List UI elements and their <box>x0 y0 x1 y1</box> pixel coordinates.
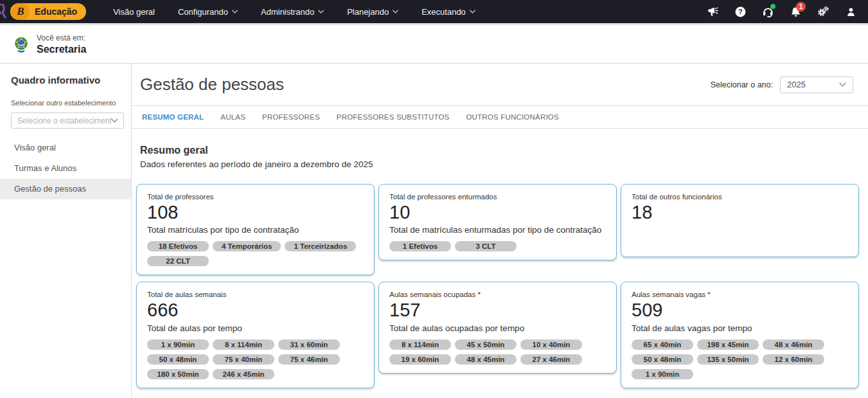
establishment-select-label: Selecionar outro estabelecimento <box>0 86 131 107</box>
sidebar: Quadro informativo Selecionar outro esta… <box>0 64 132 397</box>
tab-outros-funcionarios[interactable]: OUTROS FUNCIONÁRIOS <box>466 113 558 121</box>
count-pill: 1 Efetivos <box>389 241 451 251</box>
count-pill: 246 x 45min <box>213 369 274 379</box>
card-label: Aulas semanais vagas * <box>632 291 848 298</box>
nav-item-configurando[interactable]: Configurando <box>166 0 249 23</box>
card-sublabel: Total de aulas vagas por tempo <box>632 323 848 333</box>
year-select-label: Selecionar o ano: <box>711 80 773 89</box>
sidebar-title: Quadro informativo <box>0 69 131 86</box>
count-pill: 22 CLT <box>147 256 209 266</box>
user-icon[interactable] <box>840 2 862 21</box>
headset-icon[interactable] <box>757 2 779 21</box>
card-label: Total de outros funcionários <box>632 193 848 201</box>
chevron-down-icon <box>232 10 238 14</box>
card-label: Total de professores enturmados <box>389 193 606 201</box>
card-pills: 1 x 90min8 x 114min31 x 60min50 x 48min7… <box>147 339 364 379</box>
count-pill: 48 x 46min <box>763 339 824 350</box>
page-title: Gestão de pessoas <box>140 75 284 95</box>
sidebar-item-turmas-e-alunos[interactable]: Turmas e Alunos <box>0 158 131 179</box>
establishment-select-placeholder: Selecione o estabelecimento <box>17 116 111 125</box>
card-sublabel: Total matrículas por tipo de contratação <box>147 225 364 235</box>
sidebar-item-visao-geral[interactable]: Visão geral <box>0 138 131 158</box>
chevron-down-icon <box>839 82 846 87</box>
summary-card-total-de-outros-funcionarios: Total de outros funcionários18 <box>621 184 859 257</box>
card-label: Total de professores <box>147 193 364 201</box>
count-pill: 4 Temporários <box>213 241 281 251</box>
nav-item-label: Executando <box>421 7 466 17</box>
svg-text:?: ? <box>738 8 743 15</box>
chevron-down-icon <box>318 10 324 14</box>
help-icon[interactable]: ? <box>729 2 751 21</box>
card-value: 509 <box>632 300 848 321</box>
count-pill: 18 Efetivos <box>147 241 209 251</box>
nav-item-administrando[interactable]: Administrando <box>249 0 335 23</box>
card-value: 157 <box>389 300 606 321</box>
count-pill: 198 x 45min <box>697 339 759 350</box>
count-pill: 19 x 60min <box>389 354 451 365</box>
chevron-down-icon <box>393 10 398 14</box>
breadcrumb-location: Secretaria <box>37 44 86 55</box>
breadcrumb: Você está em: Secretaria <box>0 25 868 64</box>
count-pill: 75 x 40min <box>213 354 274 365</box>
nav-item-executando[interactable]: Executando <box>410 0 487 23</box>
brazil-coat-of-arms-icon <box>12 35 30 54</box>
count-pill: 27 x 46min <box>520 354 582 365</box>
breadcrumb-label: Você está em: <box>37 33 86 42</box>
count-pill: 50 x 48min <box>632 354 693 365</box>
count-pill: 1 Terceirizados <box>285 241 356 251</box>
notification-badge: 1 <box>796 2 806 12</box>
awareness-ribbon-icon <box>0 3 9 20</box>
bell-icon[interactable]: 1 <box>784 2 806 21</box>
count-pill: 1 x 90min <box>632 369 693 379</box>
tab-aulas[interactable]: AULAS <box>220 113 245 121</box>
card-pills: 8 x 114min45 x 50min10 x 40min19 x 60min… <box>389 339 606 365</box>
megaphone-icon[interactable] <box>702 2 723 21</box>
count-pill: 31 x 60min <box>278 339 340 350</box>
card-label: Total de aulas semanais <box>147 291 364 298</box>
establishment-select[interactable]: Selecione o estabelecimento <box>11 113 124 129</box>
summary-cards-grid: Total de professores108Total matrículas … <box>132 184 868 388</box>
nav-item-label: Planejando <box>347 7 389 17</box>
card-pills: 18 Efetivos4 Temporários1 Terceirizados2… <box>147 241 364 266</box>
summary-card-aulas-semanais-vagas: Aulas semanais vagas *509Total de aulas … <box>621 282 859 388</box>
summary-card-total-de-professores-enturmados: Total de professores enturmados10Total d… <box>378 184 617 260</box>
main-menu: Visão geralConfigurandoAdministrandoPlan… <box>102 0 487 23</box>
tab-resumo-geral[interactable]: RESUMO GERAL <box>142 113 204 121</box>
year-select[interactable]: 2025 <box>780 77 853 93</box>
nav-item-visao-geral[interactable]: Visão geral <box>102 0 166 23</box>
count-pill: 8 x 114min <box>213 339 274 350</box>
nav-item-label: Visão geral <box>113 7 155 17</box>
card-value: 18 <box>632 202 848 223</box>
app-logo[interactable]: B Educação <box>10 3 86 20</box>
card-sublabel: Total de aulas por tempo <box>147 323 364 333</box>
card-value: 108 <box>147 202 364 223</box>
sidebar-menu: Visão geralTurmas e AlunosGestão de pess… <box>0 138 131 199</box>
chevron-down-icon <box>111 118 118 123</box>
tab-professores-substitutos[interactable]: PROFESSORES SUBSTITUTOS <box>337 113 450 121</box>
section-subtitle: Dados referentes ao período de janeiro a… <box>140 159 868 169</box>
chevron-down-icon <box>470 10 475 14</box>
nav-item-label: Administrando <box>261 7 314 17</box>
count-pill: 12 x 60min <box>763 354 824 365</box>
cogs-icon[interactable] <box>812 2 834 21</box>
nav-item-label: Configurando <box>178 7 228 17</box>
card-value: 10 <box>389 202 606 223</box>
count-pill: 65 x 40min <box>632 339 693 350</box>
count-pill: 45 x 50min <box>455 339 517 350</box>
tab-bar: RESUMO GERALAULASPROFESSORESPROFESSORES … <box>132 106 868 129</box>
summary-card-total-de-aulas-semanais: Total de aulas semanais666Total de aulas… <box>136 282 375 388</box>
online-status-dot <box>770 4 775 9</box>
section-title: Resumo geral <box>140 145 868 156</box>
logo-text: Educação <box>35 6 77 17</box>
sidebar-item-gestao-de-pessoas[interactable]: Gestão de pessoas <box>0 179 131 199</box>
main-content: Gestão de pessoas Selecionar o ano: 2025… <box>132 64 868 397</box>
logo-b-badge: B <box>12 3 30 20</box>
count-pill: 1 x 90min <box>147 339 209 350</box>
nav-item-planejando[interactable]: Planejando <box>335 0 410 23</box>
card-pills: 1 Efetivos3 CLT <box>389 241 606 251</box>
summary-card-total-de-professores: Total de professores108Total matrículas … <box>136 184 375 275</box>
tab-professores[interactable]: PROFESSORES <box>262 113 320 121</box>
count-pill: 48 x 45min <box>455 354 517 365</box>
count-pill: 50 x 48min <box>147 354 209 365</box>
count-pill: 135 x 50min <box>697 354 759 365</box>
